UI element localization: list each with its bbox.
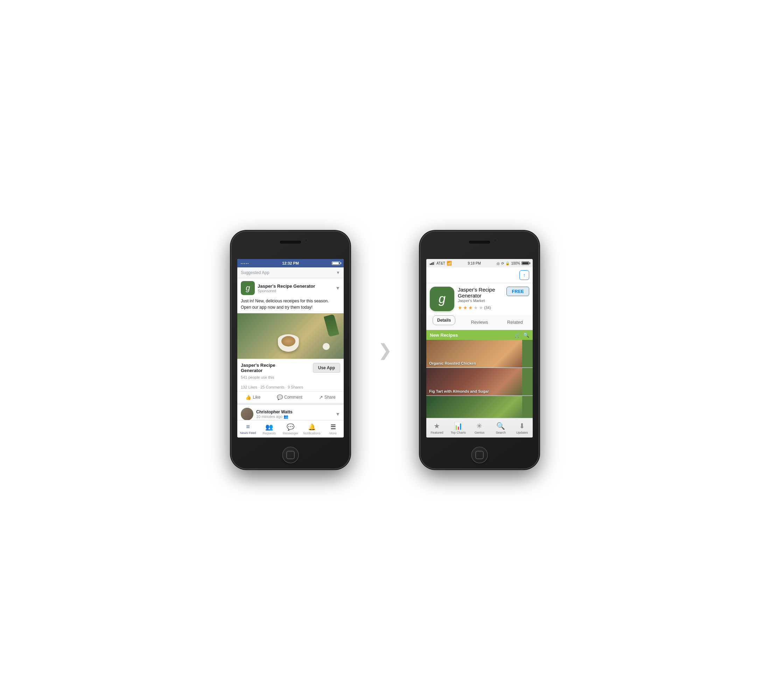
as-time: 9:18 PM xyxy=(468,262,481,265)
tab-reviews[interactable]: Reviews xyxy=(462,315,497,330)
status-right: ◎ ⟳ 🔒 100% xyxy=(497,262,529,265)
cart-icon[interactable]: 🛒 xyxy=(514,332,521,338)
post-time-text: 10 minutes ago xyxy=(256,414,283,419)
comment-button[interactable]: 💬 Comment xyxy=(274,393,305,401)
tab-related[interactable]: Related xyxy=(497,315,533,330)
scene: ••••• 12:32 PM Suggested App ▼ xyxy=(210,210,560,490)
tab-more[interactable]: ☰ More xyxy=(322,420,344,438)
share-button[interactable]: ↗ Share xyxy=(316,393,338,401)
tab-news-feed[interactable]: ≡ News Feed xyxy=(237,420,259,438)
tab-genius[interactable]: ✳ Genius xyxy=(469,418,490,438)
notifications-label: Notifications xyxy=(303,432,320,435)
app-info: Jasper's Recipe Generator Jasper's Marke… xyxy=(458,287,503,310)
tab-featured[interactable]: ★ Featured xyxy=(426,418,448,438)
post-time: 10 minutes ago 👥 xyxy=(256,414,333,419)
share-label: Share xyxy=(324,395,336,400)
tab-requests[interactable]: 👥 Requests xyxy=(259,420,280,438)
recipes-title: New Recipes xyxy=(430,333,458,338)
post-stats: 132 Likes · 25 Comments · 9 Shares xyxy=(237,383,344,392)
star-2: ★ xyxy=(463,305,467,310)
battery-indicator xyxy=(332,262,340,265)
rating-count: (34) xyxy=(484,306,491,310)
phone-appstore: AT&T 📶 9:18 PM ◎ ⟳ 🔒 100% ↑ xyxy=(420,231,539,469)
featured-label: Featured xyxy=(430,431,443,434)
post-text: Just in! New, delicious receipes for thi… xyxy=(237,298,344,313)
search-recipe-icon[interactable]: 🔍 xyxy=(523,332,529,338)
notifications-icon: 🔔 xyxy=(308,423,316,431)
status-time: 12:32 PM xyxy=(282,261,299,265)
poster-name: Christopher Watts xyxy=(256,409,333,414)
tab-details[interactable]: Details xyxy=(426,315,462,330)
app-name: Jasper's Recipe Generator xyxy=(257,283,315,289)
share-icon: ↗ xyxy=(319,394,323,400)
location-icon: ◎ xyxy=(497,262,500,265)
home-button-2[interactable] xyxy=(471,446,488,463)
signal-dots: ••••• xyxy=(241,262,249,265)
recipe-item-3[interactable] xyxy=(426,396,533,418)
jaspers-app-icon: g xyxy=(241,281,255,295)
status-left: AT&T 📶 xyxy=(430,261,452,266)
people-use-count: 541 people use this xyxy=(241,375,340,379)
app-cta: Jasper's Recipe Generator Use App xyxy=(241,361,340,375)
like-button[interactable]: 👍 Like xyxy=(243,393,263,401)
app-header-right: FREE xyxy=(506,287,529,311)
messenger-icon: 💬 xyxy=(287,423,294,431)
app-developer: Jasper's Market xyxy=(458,299,503,303)
recipe-item-2[interactable]: Fig Tart with Almonds and Sugar xyxy=(426,368,533,396)
recipe-item-1[interactable]: Organic Roasted Chicken xyxy=(426,340,533,368)
as-battery-fill xyxy=(522,262,529,264)
signal-bar-4 xyxy=(434,262,435,265)
star-3: ★ xyxy=(468,305,473,310)
suggested-app-bar: Suggested App ▼ xyxy=(237,267,344,278)
home-button[interactable] xyxy=(282,446,299,463)
phone-facebook: ••••• 12:32 PM Suggested App ▼ xyxy=(231,231,350,469)
green-side-1 xyxy=(522,340,533,367)
poster-avatar xyxy=(241,408,253,420)
card-chevron[interactable]: ▼ xyxy=(335,285,340,291)
use-app-button[interactable]: Use App xyxy=(313,363,340,373)
app-info-left: g Jasper's Recipe Generator Sponsored xyxy=(241,281,315,295)
post-chevron[interactable]: ▼ xyxy=(335,411,340,417)
app-title-bold: Jasper's Recipe xyxy=(458,287,495,293)
sync-icon: ⟳ xyxy=(501,262,504,265)
tab-updates[interactable]: ⬇ Updates xyxy=(511,418,533,438)
fb-status-bar: ••••• 12:32 PM xyxy=(237,259,344,267)
tab-notifications[interactable]: 🔔 Notifications xyxy=(301,420,322,438)
carrier-name: AT&T xyxy=(437,262,445,265)
share-button[interactable]: ↑ xyxy=(519,270,529,280)
cta-title-line2: Generator xyxy=(241,368,275,373)
app-header: g Jasper's Recipe Generator Jasper's Mar… xyxy=(426,283,533,315)
phone-camera xyxy=(304,239,308,242)
star-1: ★ xyxy=(458,305,463,310)
transition-arrow: ❯ xyxy=(378,340,392,360)
free-button[interactable]: FREE xyxy=(506,287,529,296)
updates-icon: ⬇ xyxy=(519,422,525,430)
battery-percent: 100% xyxy=(511,262,520,265)
suggested-chevron[interactable]: ▼ xyxy=(336,270,340,275)
as-battery xyxy=(521,262,529,265)
like-icon: 👍 xyxy=(245,394,251,400)
pasta-bowl xyxy=(278,334,299,352)
tab-search[interactable]: 🔍 Search xyxy=(490,418,511,438)
phone-speaker xyxy=(280,241,301,244)
wifi-icon: 📶 xyxy=(446,261,452,266)
signal-bar-2 xyxy=(431,263,432,265)
recipe-label-1: Organic Roasted Chicken xyxy=(429,361,476,365)
genius-label: Genius xyxy=(475,431,485,434)
herb-decoration xyxy=(324,314,340,337)
signal-bar-1 xyxy=(430,264,431,265)
green-side-2 xyxy=(522,368,533,396)
tab-messenger[interactable]: 💬 Messenger xyxy=(280,420,301,438)
card-footer: Jasper's Recipe Generator Use App 541 pe… xyxy=(237,359,344,383)
appstore-screen: AT&T 📶 9:18 PM ◎ ⟳ 🔒 100% ↑ xyxy=(426,259,533,438)
next-post-preview: Christopher Watts 10 minutes ago 👥 ▼ xyxy=(237,405,344,420)
fb-tab-bar: ≡ News Feed 👥 Requests 💬 Messenger 🔔 Not… xyxy=(237,420,344,438)
phone2-speaker xyxy=(469,241,490,244)
tab-top-charts[interactable]: 📊 Top Charts xyxy=(448,418,469,438)
food-image xyxy=(237,313,344,359)
battery-fill xyxy=(333,262,339,264)
post-meta: Christopher Watts 10 minutes ago 👥 xyxy=(256,409,333,419)
home-button-inner xyxy=(286,451,295,459)
pasta-noodles xyxy=(281,336,295,346)
app-icon-large: g xyxy=(430,287,454,311)
